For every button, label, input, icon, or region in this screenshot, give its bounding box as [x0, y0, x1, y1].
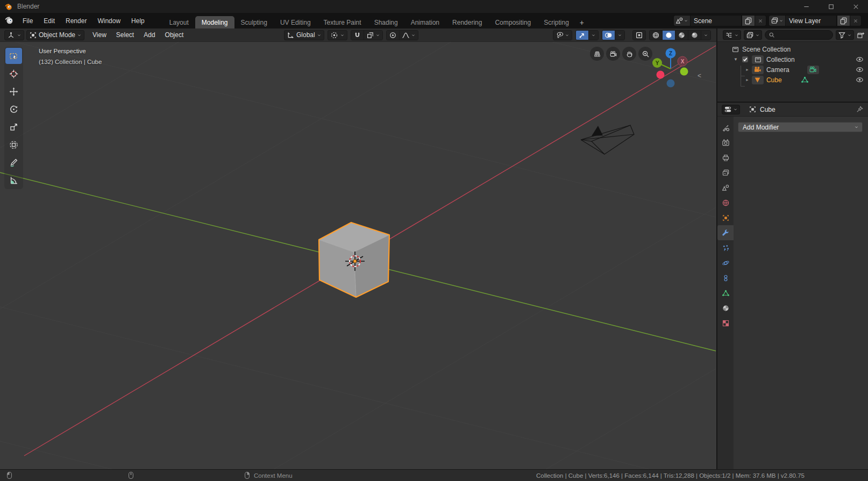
- add-modifier-dropdown[interactable]: Add Modifier: [738, 122, 863, 132]
- tab-view-layer[interactable]: [717, 165, 734, 180]
- shading-wireframe-button[interactable]: [650, 31, 662, 40]
- tab-world[interactable]: [717, 195, 734, 210]
- overlays-toggle[interactable]: [602, 31, 615, 40]
- scene-new-button[interactable]: [742, 15, 755, 26]
- scene-name-field[interactable]: Scene: [690, 15, 742, 26]
- tab-modifiers[interactable]: [717, 225, 734, 240]
- pan-view-button[interactable]: [622, 47, 636, 61]
- view-layer-name-field[interactable]: View Layer: [785, 15, 837, 26]
- menu-select[interactable]: Select: [111, 31, 139, 39]
- view-layer-new-button[interactable]: [837, 15, 850, 26]
- blender-app-menu[interactable]: [0, 16, 17, 26]
- tab-tool[interactable]: [717, 120, 734, 135]
- tab-output[interactable]: [717, 150, 734, 165]
- menu-render[interactable]: Render: [60, 13, 92, 28]
- viewport-canvas[interactable]: X Y Z: [0, 42, 716, 469]
- hide-toggle-cube[interactable]: [856, 76, 864, 84]
- tab-physics[interactable]: [717, 255, 734, 270]
- tab-rendering[interactable]: Rendering: [446, 16, 488, 28]
- tab-animation[interactable]: Animation: [404, 16, 446, 28]
- overlays-dropdown[interactable]: [615, 31, 624, 40]
- outliner-row-cube[interactable]: ► Cube: [717, 75, 868, 85]
- view-layer-remove-button[interactable]: [850, 15, 862, 26]
- tool-measure[interactable]: [5, 172, 22, 188]
- tab-particles[interactable]: [717, 240, 734, 255]
- maximize-button[interactable]: [819, 0, 843, 13]
- tool-transform[interactable]: [5, 137, 22, 153]
- view-layer-browse-button[interactable]: [769, 15, 785, 26]
- tool-select-box[interactable]: [5, 48, 22, 64]
- gizmo-axis-z-neg[interactable]: [667, 80, 675, 88]
- menu-edit[interactable]: Edit: [38, 13, 60, 28]
- editor-type-selector[interactable]: [4, 30, 24, 40]
- new-collection-button[interactable]: [857, 31, 865, 39]
- tab-sculpting[interactable]: Sculpting: [234, 16, 274, 28]
- tool-move[interactable]: [5, 83, 22, 99]
- camera-object[interactable]: [581, 125, 634, 154]
- menu-file[interactable]: File: [17, 13, 38, 28]
- tab-render[interactable]: [717, 135, 734, 150]
- menu-help[interactable]: Help: [126, 13, 150, 28]
- transform-orientation-dropdown[interactable]: Global: [284, 30, 324, 40]
- shading-dropdown[interactable]: [701, 31, 710, 40]
- snap-target-dropdown[interactable]: [364, 31, 382, 40]
- tab-layout[interactable]: Layout: [163, 16, 195, 28]
- add-workspace-button[interactable]: +: [575, 16, 588, 28]
- minimize-button[interactable]: [794, 0, 819, 13]
- tab-object[interactable]: [717, 210, 734, 225]
- pin-icon[interactable]: [856, 105, 864, 113]
- shading-material-button[interactable]: [675, 31, 688, 40]
- camera-view-button[interactable]: [606, 47, 620, 61]
- zoom-view-button[interactable]: [638, 47, 652, 61]
- tab-texture-paint[interactable]: Texture Paint: [317, 16, 368, 28]
- tool-scale[interactable]: [5, 119, 22, 135]
- gizmo-axis-x-neg[interactable]: [657, 71, 665, 79]
- outliner-editor-type[interactable]: [723, 30, 741, 40]
- menu-view[interactable]: View: [88, 31, 111, 39]
- tool-cursor[interactable]: [5, 66, 22, 82]
- outliner-row-collection[interactable]: ▼ Collection: [717, 54, 868, 64]
- tab-constraints[interactable]: [717, 270, 734, 285]
- gizmo-axis-y-neg[interactable]: [680, 68, 688, 76]
- properties-editor-type[interactable]: [722, 105, 740, 114]
- menu-add[interactable]: Add: [139, 31, 160, 39]
- tab-material[interactable]: [717, 300, 734, 315]
- shading-solid-button[interactable]: [662, 31, 675, 40]
- outliner-row-camera[interactable]: ► Camera: [717, 64, 868, 75]
- menu-object[interactable]: Object: [160, 31, 189, 39]
- proportional-falloff-dropdown[interactable]: [399, 31, 418, 40]
- outliner-search-input[interactable]: [765, 30, 833, 40]
- object-visibility-dropdown[interactable]: [553, 30, 572, 40]
- mode-dropdown[interactable]: Object Mode: [26, 30, 84, 40]
- tab-scripting[interactable]: Scripting: [537, 16, 575, 28]
- xray-toggle[interactable]: [633, 31, 645, 40]
- tab-shading[interactable]: Shading: [368, 16, 404, 28]
- tool-annotate[interactable]: [5, 154, 22, 170]
- menu-window[interactable]: Window: [92, 13, 126, 28]
- checkbox-icon[interactable]: [741, 55, 749, 63]
- hide-toggle-camera[interactable]: [856, 66, 864, 74]
- sidebar-collapse-arrow[interactable]: <: [698, 72, 701, 80]
- outliner-row-scene-collection[interactable]: Scene Collection: [717, 44, 868, 54]
- shading-rendered-button[interactable]: [688, 31, 701, 40]
- gizmos-toggle[interactable]: [576, 31, 588, 40]
- tab-scene[interactable]: [717, 180, 734, 195]
- scene-unlink-button[interactable]: [755, 15, 766, 26]
- gizmos-dropdown[interactable]: [588, 31, 598, 40]
- hide-toggle-collection[interactable]: [856, 55, 864, 63]
- outliner-filter-dropdown[interactable]: [836, 30, 854, 40]
- tab-modeling[interactable]: Modeling: [195, 16, 234, 28]
- close-button[interactable]: [843, 0, 868, 13]
- scene-browse-button[interactable]: [673, 15, 690, 26]
- proportional-edit-toggle[interactable]: [387, 31, 399, 40]
- snap-toggle[interactable]: [351, 31, 364, 40]
- tab-object-data[interactable]: [717, 285, 734, 300]
- tab-compositing[interactable]: Compositing: [488, 16, 537, 28]
- disclosure-triangle-icon[interactable]: ▼: [733, 57, 738, 62]
- tab-uv-editing[interactable]: UV Editing: [274, 16, 317, 28]
- tab-texture[interactable]: [717, 315, 734, 331]
- tool-rotate[interactable]: [5, 101, 22, 117]
- toggle-perspective-button[interactable]: [590, 47, 604, 61]
- pivot-point-dropdown[interactable]: [328, 30, 347, 40]
- outliner-display-mode[interactable]: [744, 30, 762, 40]
